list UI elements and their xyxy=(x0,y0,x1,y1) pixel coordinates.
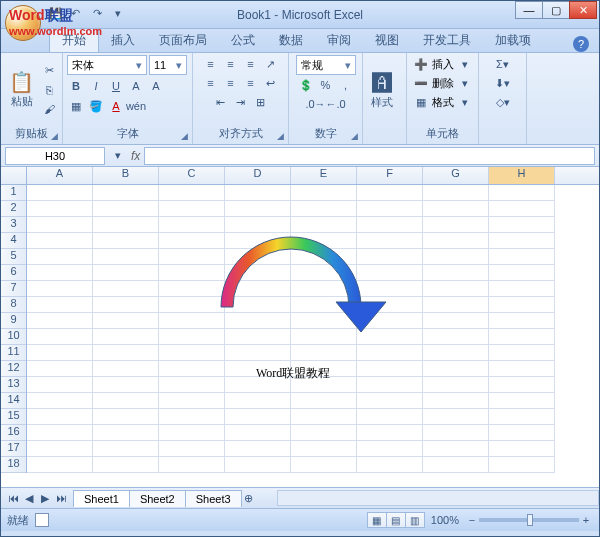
cell[interactable] xyxy=(27,297,93,313)
tab-insert[interactable]: 插入 xyxy=(99,29,147,52)
insert-cells-button[interactable]: ➕插入▾ xyxy=(412,55,474,73)
cell[interactable] xyxy=(489,441,555,457)
cell[interactable] xyxy=(27,313,93,329)
cell[interactable] xyxy=(357,393,423,409)
cell[interactable] xyxy=(357,361,423,377)
cell[interactable] xyxy=(357,425,423,441)
cell[interactable] xyxy=(159,441,225,457)
row-header-2[interactable]: 2 xyxy=(1,201,26,217)
clipboard-launcher-icon[interactable]: ◢ xyxy=(51,131,58,141)
cell[interactable] xyxy=(225,185,291,201)
cell[interactable] xyxy=(357,409,423,425)
cell[interactable] xyxy=(27,377,93,393)
column-header-D[interactable]: D xyxy=(225,167,291,184)
row-header-16[interactable]: 16 xyxy=(1,425,26,441)
cell[interactable] xyxy=(489,281,555,297)
name-box[interactable]: H30 xyxy=(5,147,105,165)
cell[interactable] xyxy=(93,377,159,393)
column-header-C[interactable]: C xyxy=(159,167,225,184)
cell[interactable] xyxy=(93,329,159,345)
grow-font-icon[interactable]: A xyxy=(127,77,145,95)
cell[interactable] xyxy=(423,457,489,473)
tab-review[interactable]: 审阅 xyxy=(315,29,363,52)
row-header-15[interactable]: 15 xyxy=(1,409,26,425)
help-icon[interactable]: ? xyxy=(573,36,589,52)
row-header-7[interactable]: 7 xyxy=(1,281,26,297)
cell[interactable] xyxy=(225,393,291,409)
cell[interactable] xyxy=(93,409,159,425)
fill-color-icon[interactable]: 🪣 xyxy=(87,97,105,115)
cell[interactable] xyxy=(423,329,489,345)
sheet-tab-1[interactable]: Sheet1 xyxy=(73,490,130,507)
row-header-8[interactable]: 8 xyxy=(1,297,26,313)
cell[interactable] xyxy=(489,185,555,201)
column-header-E[interactable]: E xyxy=(291,167,357,184)
cell[interactable] xyxy=(423,441,489,457)
column-header-A[interactable]: A xyxy=(27,167,93,184)
qat-redo-icon[interactable]: ↷ xyxy=(93,7,109,23)
cell[interactable] xyxy=(93,201,159,217)
cell[interactable] xyxy=(27,217,93,233)
currency-icon[interactable]: 💲 xyxy=(297,76,315,94)
percent-icon[interactable]: % xyxy=(317,76,335,94)
cell[interactable] xyxy=(489,233,555,249)
cell[interactable] xyxy=(93,441,159,457)
cell[interactable] xyxy=(93,185,159,201)
fill-icon[interactable]: ⬇▾ xyxy=(494,74,512,92)
cell[interactable] xyxy=(489,345,555,361)
align-left-icon[interactable]: ≡ xyxy=(202,74,220,92)
cell[interactable] xyxy=(27,345,93,361)
row-header-4[interactable]: 4 xyxy=(1,233,26,249)
cell[interactable] xyxy=(93,265,159,281)
view-normal-icon[interactable]: ▦ xyxy=(367,512,387,528)
number-launcher-icon[interactable]: ◢ xyxy=(351,131,358,141)
number-format-input[interactable] xyxy=(297,59,341,71)
font-color-icon[interactable]: A xyxy=(107,97,125,115)
font-launcher-icon[interactable]: ◢ xyxy=(181,131,188,141)
row-header-13[interactable]: 13 xyxy=(1,377,26,393)
rainbow-arrow-shape[interactable] xyxy=(201,207,391,337)
sheet-nav-next-icon[interactable]: ▶ xyxy=(37,490,53,506)
cell[interactable] xyxy=(93,297,159,313)
cell[interactable] xyxy=(159,457,225,473)
row-header-10[interactable]: 10 xyxy=(1,329,26,345)
cell[interactable] xyxy=(423,393,489,409)
qat-dropdown-icon[interactable]: ▾ xyxy=(115,7,131,23)
worksheet-grid[interactable]: ABCDEFGH 123456789101112131415161718 Wor… xyxy=(1,167,599,487)
cell[interactable] xyxy=(93,313,159,329)
cell[interactable] xyxy=(489,217,555,233)
cell[interactable] xyxy=(489,409,555,425)
cell[interactable] xyxy=(423,345,489,361)
font-size-input[interactable] xyxy=(150,59,172,71)
formula-bar[interactable] xyxy=(144,147,595,165)
zoom-in-icon[interactable]: + xyxy=(579,513,593,527)
cell[interactable] xyxy=(93,345,159,361)
cell[interactable] xyxy=(489,377,555,393)
tab-view[interactable]: 视图 xyxy=(363,29,411,52)
font-name-input[interactable] xyxy=(68,59,132,71)
cell[interactable] xyxy=(225,457,291,473)
column-header-G[interactable]: G xyxy=(423,167,489,184)
cell[interactable] xyxy=(423,361,489,377)
cell[interactable] xyxy=(489,201,555,217)
cell[interactable] xyxy=(93,457,159,473)
zoom-level[interactable]: 100% xyxy=(431,514,459,526)
cell[interactable] xyxy=(423,249,489,265)
tab-data[interactable]: 数据 xyxy=(267,29,315,52)
chevron-down-icon[interactable]: ▾ xyxy=(341,59,355,72)
cell[interactable] xyxy=(423,377,489,393)
chevron-down-icon[interactable]: ▾ xyxy=(172,59,186,72)
copy-icon[interactable]: ⎘ xyxy=(40,81,58,99)
cell[interactable] xyxy=(93,425,159,441)
cell[interactable] xyxy=(159,345,225,361)
cut-icon[interactable]: ✂ xyxy=(40,62,58,80)
cell[interactable] xyxy=(423,185,489,201)
cell[interactable] xyxy=(159,409,225,425)
cell[interactable] xyxy=(27,457,93,473)
cell[interactable] xyxy=(489,329,555,345)
format-painter-icon[interactable]: 🖌 xyxy=(40,100,58,118)
align-launcher-icon[interactable]: ◢ xyxy=(277,131,284,141)
cell[interactable] xyxy=(489,313,555,329)
cell[interactable] xyxy=(225,345,291,361)
bold-icon[interactable]: B xyxy=(67,77,85,95)
